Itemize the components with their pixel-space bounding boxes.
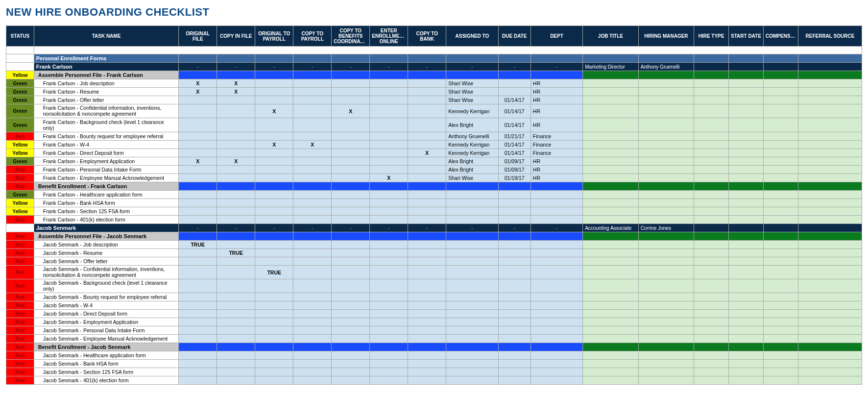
check-cell[interactable]: [217, 351, 255, 360]
task-name[interactable]: Frank Carlson - W-4: [34, 141, 179, 149]
cell[interactable]: [798, 157, 862, 166]
dept[interactable]: [530, 310, 582, 318]
assigned-to[interactable]: [446, 191, 498, 199]
cell[interactable]: [638, 257, 694, 266]
cell[interactable]: [332, 343, 370, 351]
col-task-name[interactable]: TASK NAME: [34, 26, 179, 47]
check-cell[interactable]: [217, 335, 255, 343]
status-cell[interactable]: Red: [6, 318, 34, 326]
assigned-to[interactable]: [446, 351, 498, 360]
check-cell[interactable]: [179, 132, 217, 141]
cell[interactable]: [530, 71, 582, 79]
check-cell[interactable]: [179, 149, 217, 157]
check-cell[interactable]: [217, 166, 255, 174]
table-row[interactable]: YellowAssemble Personnel File - Frank Ca…: [6, 71, 862, 79]
dept[interactable]: HR: [530, 96, 582, 104]
due-date[interactable]: [498, 293, 530, 301]
cell[interactable]: [638, 326, 694, 335]
assigned-to[interactable]: [446, 216, 498, 224]
cell[interactable]: [798, 318, 862, 326]
check-cell[interactable]: [332, 351, 370, 360]
table-row[interactable]: GreenFrank Carlson - Confidential inform…: [6, 104, 862, 118]
col-assigned-to[interactable]: ASSIGNED TO: [446, 26, 498, 47]
assigned-to[interactable]: Kennedy Kerrigan: [446, 149, 498, 157]
cell[interactable]: [583, 104, 638, 118]
task-name[interactable]: Frank Carlson - Job description: [34, 79, 179, 88]
check-cell[interactable]: [217, 318, 255, 326]
dept[interactable]: [530, 368, 582, 376]
cell[interactable]: [694, 79, 729, 88]
cell[interactable]: [763, 279, 798, 293]
task-name[interactable]: Jacob Senmark - Confidential information…: [34, 266, 179, 279]
cell[interactable]: [583, 257, 638, 266]
check-cell[interactable]: [370, 351, 408, 360]
check-cell[interactable]: [255, 157, 293, 166]
check-cell[interactable]: [332, 207, 370, 216]
check-cell[interactable]: [179, 266, 217, 279]
cell[interactable]: [638, 96, 694, 104]
dept[interactable]: HR: [530, 157, 582, 166]
table-row[interactable]: GreenFrank Carlson - ResumeXXShari WiseH…: [6, 88, 862, 96]
check-cell[interactable]: [332, 132, 370, 141]
cell[interactable]: [729, 326, 764, 335]
cell[interactable]: [798, 191, 862, 199]
status-cell[interactable]: Red: [6, 132, 34, 141]
check-cell[interactable]: [217, 241, 255, 249]
cell[interactable]: [583, 132, 638, 141]
check-cell[interactable]: [370, 166, 408, 174]
cell[interactable]: [763, 232, 798, 241]
cell[interactable]: [763, 166, 798, 174]
check-cell[interactable]: [179, 293, 217, 301]
assigned-to[interactable]: [446, 266, 498, 279]
cell[interactable]: [583, 368, 638, 376]
cell[interactable]: [638, 241, 694, 249]
dept[interactable]: Finance: [530, 132, 582, 141]
check-cell[interactable]: [293, 118, 332, 132]
check-cell[interactable]: [255, 376, 293, 385]
assigned-to[interactable]: [446, 360, 498, 368]
check-cell[interactable]: [217, 207, 255, 216]
cell[interactable]: [763, 191, 798, 199]
check-cell[interactable]: [255, 310, 293, 318]
cell[interactable]: [583, 249, 638, 257]
check-cell[interactable]: [408, 257, 446, 266]
check-cell[interactable]: [332, 249, 370, 257]
dept[interactable]: HR: [530, 174, 582, 182]
col-dept[interactable]: DEPT: [530, 26, 582, 47]
task-name[interactable]: Jacob Senmark - Job description: [34, 241, 179, 249]
cell[interactable]: [638, 54, 694, 63]
assigned-to[interactable]: [446, 293, 498, 301]
status-cell[interactable]: [6, 47, 34, 54]
check-cell[interactable]: [408, 199, 446, 207]
status-cell[interactable]: Green: [6, 79, 34, 88]
cell[interactable]: [763, 368, 798, 376]
check-cell[interactable]: [179, 166, 217, 174]
check-cell[interactable]: [408, 104, 446, 118]
check-cell[interactable]: [370, 241, 408, 249]
check-cell[interactable]: [370, 118, 408, 132]
status-cell[interactable]: Red: [6, 266, 34, 279]
check-cell[interactable]: [217, 191, 255, 199]
assigned-to[interactable]: [446, 279, 498, 293]
table-row[interactable]: GreenFrank Carlson - Job descriptionXXSh…: [6, 79, 862, 88]
due-date[interactable]: [498, 241, 530, 249]
status-cell[interactable]: [6, 54, 34, 63]
cell[interactable]: [638, 199, 694, 207]
cell[interactable]: [729, 318, 764, 326]
dept[interactable]: HR: [530, 166, 582, 174]
dept[interactable]: [530, 301, 582, 310]
check-cell[interactable]: [255, 318, 293, 326]
check-cell[interactable]: [370, 279, 408, 293]
cell[interactable]: [530, 232, 582, 241]
check-cell[interactable]: [408, 174, 446, 182]
cell[interactable]: [498, 54, 530, 63]
check-cell[interactable]: [293, 279, 332, 293]
cell[interactable]: [498, 71, 530, 79]
cell[interactable]: [694, 54, 729, 63]
cell[interactable]: [332, 71, 370, 79]
check-cell[interactable]: [293, 368, 332, 376]
check-cell[interactable]: X: [408, 149, 446, 157]
dept[interactable]: [530, 257, 582, 266]
cell[interactable]: [763, 54, 798, 63]
cell[interactable]: [763, 118, 798, 132]
